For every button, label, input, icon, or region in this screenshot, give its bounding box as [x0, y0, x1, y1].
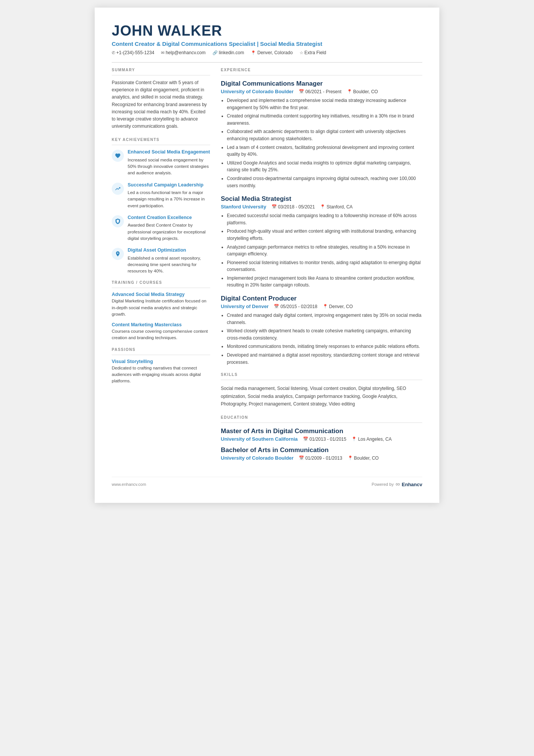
link-icon: 🔗	[212, 50, 218, 55]
achievement-icon-award	[112, 215, 124, 227]
achievement-icon-chart	[112, 183, 124, 195]
applicant-title: Content Creator & Digital Communications…	[112, 41, 422, 47]
bullet-item: Created and managed daily digital conten…	[227, 312, 422, 326]
job-bullets: Executed successful social media campaig…	[221, 212, 422, 289]
achievements-divider	[112, 145, 210, 145]
bullet-item: Executed successful social media campaig…	[227, 212, 422, 226]
job-location: 📍 Boulder, CO	[347, 89, 378, 94]
achievement-icon-pin	[112, 248, 124, 260]
achievements-section-label: KEY ACHIEVEMENTS	[112, 138, 210, 142]
job-item: Digital Communications Manager Universit…	[221, 80, 422, 189]
achievement-title: Content Creation Excellence	[128, 214, 210, 221]
passion-item: Visual Storytelling Dedicated to craftin…	[112, 359, 210, 385]
calendar-icon: 📅	[299, 89, 304, 94]
job-dates: 📅 03/2018 - 05/2021	[272, 204, 315, 210]
contact-bar: ✆ +1-(234)-555-1234 ✉ help@enhancv.com 🔗…	[112, 50, 422, 55]
brand-name: Enhancv	[402, 482, 422, 487]
edu-degree: Bachelor of Arts in Communication	[221, 446, 422, 454]
achievement-content: Successful Campaign Leadership Led a cro…	[128, 182, 210, 209]
contact-email: ✉ help@enhancv.com	[161, 50, 205, 55]
summary-divider	[112, 75, 210, 75]
achievement-title: Successful Campaign Leadership	[128, 182, 210, 189]
passions-section-label: PASSIONS	[112, 347, 210, 352]
job-meta: University of Colorado Boulder 📅 06/2021…	[221, 89, 422, 94]
calendar-icon: 📅	[303, 437, 308, 441]
calendar-icon: 📅	[274, 304, 279, 309]
calendar-icon: 📅	[272, 204, 277, 209]
applicant-name: JOHN WALKER	[112, 23, 422, 39]
footer-brand: Powered by ∞ Enhancv	[372, 481, 422, 488]
edu-dates: 📅 01/2013 - 01/2015	[303, 437, 346, 442]
bullet-item: Developed and maintained a digital asset…	[227, 352, 422, 366]
skills-section-label: SKILLS	[221, 373, 422, 377]
training-item: Advanced Social Media Strategy Digital M…	[112, 292, 210, 318]
achievement-icon-heart	[112, 150, 124, 162]
passion-desc: Dedicated to crafting narratives that co…	[112, 365, 210, 385]
bullet-item: Developed and implemented a comprehensiv…	[227, 97, 422, 111]
bullet-item: Implemented project management tools lik…	[227, 275, 422, 289]
training-title: Content Marketing Masterclass	[112, 322, 210, 327]
edu-meta: University of Southern California 📅 01/2…	[221, 436, 422, 442]
contact-extra: ☆ Extra Field	[300, 50, 326, 55]
calendar-icon: 📅	[299, 455, 304, 460]
achievement-content: Enhanced Social Media Engagement Increas…	[128, 149, 210, 176]
job-bullets: Developed and implemented a comprehensiv…	[221, 97, 422, 189]
edu-item: Bachelor of Arts in Communication Univer…	[221, 446, 422, 461]
resume-header: JOHN WALKER Content Creator & Digital Co…	[112, 23, 422, 63]
contact-phone: ✆ +1-(234)-555-1234	[112, 50, 154, 55]
edu-dates: 📅 01/2009 - 01/2013	[299, 455, 342, 461]
achievement-title: Digital Asset Optimization	[128, 247, 210, 254]
bullet-item: Monitored communications trends, initiat…	[227, 343, 422, 350]
edu-school: University of Colorado Boulder	[221, 455, 294, 461]
skills-divider	[221, 380, 422, 380]
training-divider	[112, 288, 210, 288]
job-meta: Stanford University 📅 03/2018 - 05/2021 …	[221, 204, 422, 210]
bullet-item: Led a team of 4 content creators, facili…	[227, 144, 422, 158]
achievement-item: Successful Campaign Leadership Led a cro…	[112, 182, 210, 209]
location-pin-icon: 📍	[351, 437, 357, 441]
achievement-item: Digital Asset Optimization Established a…	[112, 247, 210, 274]
location-pin-icon: 📍	[320, 204, 325, 209]
achievement-content: Content Creation Excellence Awarded Best…	[128, 214, 210, 242]
achievement-item: Content Creation Excellence Awarded Best…	[112, 214, 210, 242]
training-title: Advanced Social Media Strategy	[112, 292, 210, 297]
training-desc: Digital Marketing Institute certificatio…	[112, 298, 210, 318]
achievement-content: Digital Asset Optimization Established a…	[128, 247, 210, 274]
achievement-title: Enhanced Social Media Engagement	[128, 149, 210, 156]
powered-by-text: Powered by	[372, 482, 393, 487]
edu-location: 📍 Boulder, CO	[348, 455, 379, 461]
job-dates: 📅 06/2021 - Present	[299, 89, 341, 94]
passion-title: Visual Storytelling	[112, 359, 210, 364]
edu-item: Master of Arts in Digital Communication …	[221, 427, 422, 442]
achievement-desc: Led a cross-functional team for a major …	[128, 189, 210, 209]
summary-text: Passionate Content Creator with 5 years …	[112, 79, 210, 130]
job-meta: University of Denver 📅 05/2015 - 02/2018…	[221, 304, 422, 309]
job-title: Social Media Strategist	[221, 195, 422, 203]
job-item: Social Media Strategist Stanford Univers…	[221, 195, 422, 289]
skills-text: Social media management, Social listenin…	[221, 385, 422, 408]
footer-url: www.enhancv.com	[112, 482, 146, 487]
contact-linkedin: 🔗 linkedin.com	[212, 50, 244, 55]
achievement-desc: Increased social media engagement by 50%…	[128, 157, 210, 177]
job-company: Stanford University	[221, 204, 266, 210]
location-pin-icon: 📍	[347, 89, 352, 94]
training-item: Content Marketing Masterclass Coursera c…	[112, 322, 210, 341]
bullet-item: Worked closely with department heads to …	[227, 327, 422, 341]
education-divider	[221, 423, 422, 423]
location-pin-icon: 📍	[348, 455, 353, 460]
edu-school: University of Southern California	[221, 436, 298, 442]
bullet-item: Collaborated with academic departments t…	[227, 128, 422, 142]
job-dates: 📅 05/2015 - 02/2018	[274, 304, 317, 309]
achievement-desc: Established a central asset repository, …	[128, 255, 210, 275]
bullet-item: Produced high-quality visual and written…	[227, 228, 422, 242]
achievement-item: Enhanced Social Media Engagement Increas…	[112, 149, 210, 176]
edu-degree: Master of Arts in Digital Communication	[221, 427, 422, 435]
job-title: Digital Communications Manager	[221, 80, 422, 88]
resume: JOHN WALKER Content Creator & Digital Co…	[95, 8, 439, 503]
experience-section-label: EXPERIENCE	[221, 68, 422, 72]
phone-icon: ✆	[112, 50, 115, 55]
job-item: Digital Content Producer University of D…	[221, 295, 422, 366]
experience-divider	[221, 75, 422, 75]
right-column: EXPERIENCE Digital Communications Manage…	[221, 68, 422, 465]
passions-divider	[112, 355, 210, 355]
